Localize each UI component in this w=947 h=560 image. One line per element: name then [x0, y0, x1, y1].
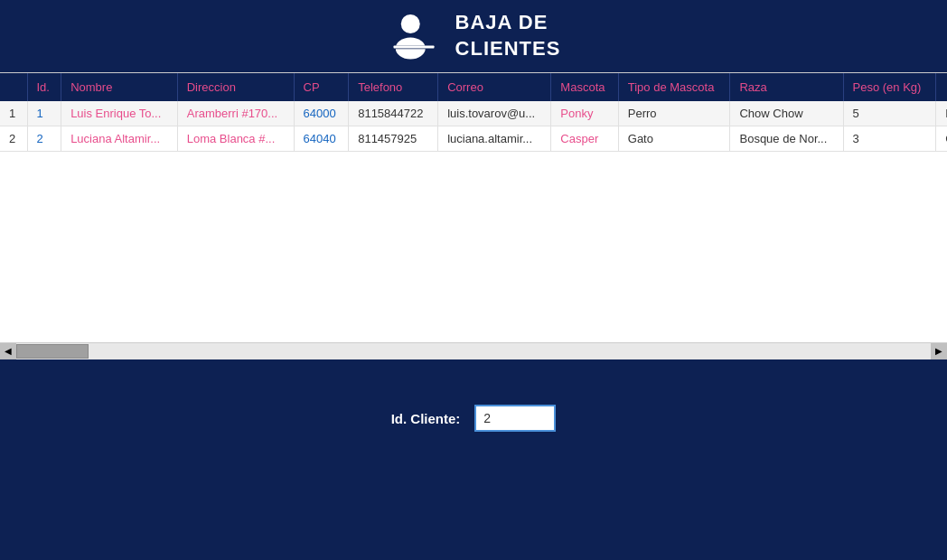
table-cell: Me... [936, 101, 947, 126]
header-title-block: BAJA DE CLIENTES [455, 10, 561, 61]
table-cell: Ponky [551, 101, 618, 126]
table-cell: 2 [0, 126, 27, 152]
col-header-id: Id. [27, 73, 61, 101]
form-area: Id. Cliente: [0, 359, 947, 477]
table-header: Id. Nombre Direccion CP Telefono Correo … [0, 73, 947, 101]
app-header: BAJA DE CLIENTES [0, 0, 947, 72]
table-cell: 1 [0, 101, 27, 126]
table-row[interactable]: 11Luis Enrique To...Aramberri #170...640… [0, 101, 947, 126]
table-cell: Perro [618, 101, 730, 126]
clients-table: Id. Nombre Direccion CP Telefono Correo … [0, 73, 947, 152]
table-cell: luis.tovarov@u... [438, 101, 551, 126]
svg-point-0 [400, 14, 419, 33]
col-header-telefono: Telefono [349, 73, 438, 101]
horizontal-scrollbar[interactable]: ◀ ▶ [0, 343, 947, 359]
table-cell: Luis Enrique To... [61, 101, 178, 126]
col-header-rownum [0, 73, 27, 101]
scroll-thumb[interactable] [16, 344, 89, 359]
table-row[interactable]: 22Luciana Altamir...Loma Blanca #...6404… [0, 126, 947, 152]
table-cell: Aramberri #170... [177, 101, 294, 126]
table-cell: 3 [843, 126, 936, 152]
table-cell: luciana.altamir... [438, 126, 551, 152]
table-cell: 64000 [294, 101, 349, 126]
table-cell: Loma Blanca #... [177, 126, 294, 152]
col-header-direccion: Direccion [177, 73, 294, 101]
table-cell: 1 [27, 101, 61, 126]
header-title-line2: CLIENTES [455, 36, 561, 62]
table-cell: Chow Chow [730, 101, 843, 126]
table-cell: Bosque de Nor... [730, 126, 843, 152]
header-icon [387, 9, 441, 63]
scroll-right-arrow[interactable]: ▶ [931, 343, 947, 359]
table-cell: Gato [618, 126, 730, 152]
table-cell: 8115844722 [349, 101, 438, 126]
table-cell: Luciana Altamir... [61, 126, 178, 152]
col-header-nombre: Nombre [61, 73, 178, 101]
id-cliente-label: Id. Cliente: [391, 411, 461, 426]
table-cell: Ciru... [936, 126, 947, 152]
id-cliente-input[interactable] [474, 405, 556, 432]
col-header-raza: Raza [730, 73, 843, 101]
table-cell: 64040 [294, 126, 349, 152]
table-cell: 2 [27, 126, 61, 152]
table-cell: 811457925 [349, 126, 438, 152]
table-cell: Casper [551, 126, 618, 152]
scroll-left-arrow[interactable]: ◀ [0, 343, 16, 359]
svg-rect-3 [393, 46, 434, 49]
header-title-line1: BAJA DE [455, 10, 561, 36]
col-header-mascota: Mascota [551, 73, 618, 101]
col-header-extra [936, 73, 947, 101]
data-table-container[interactable]: Id. Nombre Direccion CP Telefono Correo … [0, 72, 947, 343]
col-header-correo: Correo [438, 73, 551, 101]
col-header-peso: Peso (en Kg) [843, 73, 936, 101]
scroll-track[interactable] [16, 343, 931, 359]
col-header-cp: CP [294, 73, 349, 101]
table-cell: 5 [843, 101, 936, 126]
table-body: 11Luis Enrique To...Aramberri #170...640… [0, 101, 947, 152]
col-header-tipo: Tipo de Mascota [618, 73, 730, 101]
